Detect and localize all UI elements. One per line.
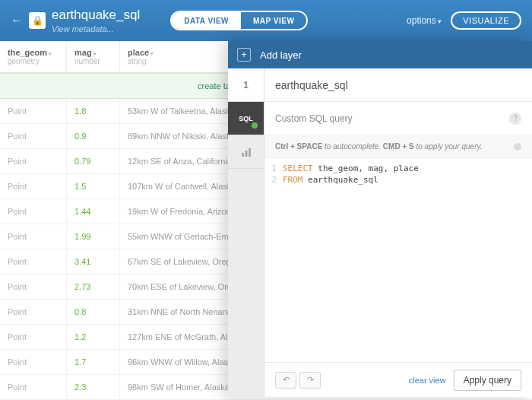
options-dropdown[interactable]: options <box>407 15 442 26</box>
sql-shortcut-hint: Ctrl + SPACE to autocomplete. CMD + S to… <box>264 135 532 158</box>
cell-mag: 0.8 <box>67 300 120 324</box>
cell-mag: 1.8 <box>67 99 120 123</box>
column-name: the_geom <box>8 48 59 57</box>
cell-mag: 1.44 <box>67 199 120 224</box>
cell-geom: Point <box>0 375 67 399</box>
view-toggle: DATA VIEW MAP VIEW <box>170 11 308 30</box>
sql-footer: ↶ ↷ clear view Apply query <box>264 362 532 397</box>
column-type: number <box>74 57 112 65</box>
sql-section-header: Custom SQL query ? <box>264 102 532 135</box>
column-header-mag[interactable]: mag number <box>67 41 120 72</box>
apply-query-button[interactable]: Apply query <box>454 370 521 391</box>
cell-mag: 0.79 <box>67 149 120 173</box>
add-layer-label: Add layer <box>260 49 302 61</box>
clear-view-button[interactable]: clear view <box>409 376 446 385</box>
view-metadata-link[interactable]: View metadata... <box>52 24 140 33</box>
app-header: ← 🔒 earthquake_sql View metadata... DATA… <box>0 0 532 41</box>
cell-geom: Point <box>0 224 67 249</box>
cell-mag: 2.3 <box>67 375 120 399</box>
column-name: mag <box>74 48 112 57</box>
redo-button[interactable]: ↷ <box>299 372 321 389</box>
column-type: geometry <box>8 57 59 65</box>
sql-tab[interactable]: SQL <box>228 102 264 135</box>
undo-button[interactable]: ↶ <box>275 372 296 389</box>
cell-geom: Point <box>0 199 67 224</box>
svg-rect-2 <box>249 148 251 157</box>
cell-geom: Point <box>0 300 67 324</box>
map-view-tab[interactable]: MAP VIEW <box>241 12 306 29</box>
dataset-title: earthquake_sql <box>52 8 140 23</box>
sql-tab-label: SQL <box>239 115 253 122</box>
line-gutter: 12 <box>264 163 283 362</box>
cell-geom: Point <box>0 149 67 173</box>
close-hint-icon[interactable] <box>514 143 521 151</box>
cell-geom: Point <box>0 124 67 148</box>
visualize-button[interactable]: VISUALIZE <box>451 11 521 30</box>
help-icon[interactable]: ? <box>509 113 521 125</box>
cell-mag: 3.41 <box>67 249 120 274</box>
cell-mag: 0.9 <box>67 124 120 148</box>
panel-sidebar: 1 SQL <box>228 68 264 397</box>
cell-geom: Point <box>0 99 67 123</box>
cell-mag: 1.2 <box>67 325 120 349</box>
column-header-geom[interactable]: the_geom geometry <box>0 41 67 72</box>
data-view-tab[interactable]: DATA VIEW <box>172 12 241 29</box>
cell-geom: Point <box>0 325 67 349</box>
sql-active-dot-icon <box>252 122 258 129</box>
cell-geom: Point <box>0 174 67 198</box>
wizard-tab[interactable] <box>228 135 264 169</box>
layer-panel: + Add layer 1 SQL earthquake_sql Custom … <box>228 41 532 397</box>
cell-geom: Point <box>0 275 67 299</box>
cell-mag: 1.5 <box>67 174 120 198</box>
cell-mag: 1.99 <box>67 224 120 249</box>
plus-icon: + <box>237 48 251 62</box>
lock-icon: 🔒 <box>29 12 46 29</box>
layer-number-tab[interactable]: 1 <box>228 68 264 102</box>
bar-chart-icon <box>241 147 252 157</box>
cell-geom: Point <box>0 249 67 274</box>
cell-mag: 2.73 <box>67 275 120 299</box>
svg-rect-0 <box>242 153 244 157</box>
add-layer-header[interactable]: + Add layer <box>228 41 532 68</box>
layer-title: earthquake_sql <box>264 68 532 102</box>
custom-sql-label: Custom SQL query <box>275 113 353 124</box>
sql-editor[interactable]: 12 SELECT the_geom, mag, place FROM eart… <box>264 158 532 362</box>
cell-mag: 1.7 <box>67 350 120 374</box>
back-arrow-icon[interactable]: ← <box>11 14 23 27</box>
cell-geom: Point <box>0 350 67 374</box>
svg-rect-1 <box>245 151 247 157</box>
